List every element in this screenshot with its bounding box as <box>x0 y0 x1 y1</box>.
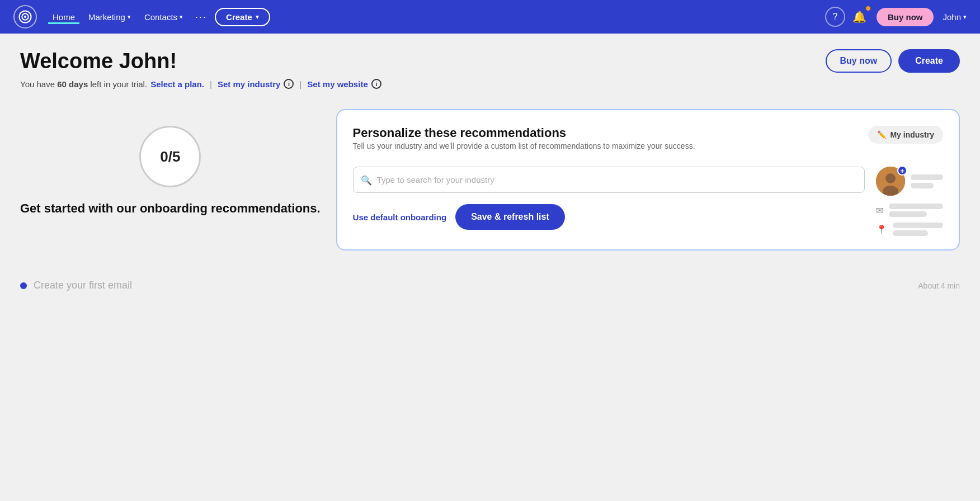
card-right-preview: + ✉ 📍 <box>876 167 943 236</box>
avatar-row: + <box>876 167 943 196</box>
user-menu[interactable]: John ▾ <box>943 12 967 22</box>
question-icon: ? <box>833 12 838 22</box>
select-plan-link[interactable]: Select a plan. <box>150 79 204 89</box>
industry-search-input[interactable] <box>353 167 865 193</box>
skeleton-line <box>889 211 927 217</box>
save-refresh-button[interactable]: Save & refresh list <box>455 204 565 230</box>
industry-info-icon[interactable]: i <box>284 79 294 89</box>
header-left: Welcome John! You have 60 days left in y… <box>20 49 381 89</box>
chevron-down-icon: ▾ <box>256 13 259 21</box>
nav-buy-now-button[interactable]: Buy now <box>877 8 934 26</box>
set-website-link[interactable]: Set my website <box>307 79 368 89</box>
separator: | <box>210 79 212 89</box>
header-section: Welcome John! You have 60 days left in y… <box>0 34 980 100</box>
location-icon: 📍 <box>876 224 887 235</box>
avatar-plus-icon: + <box>897 166 907 176</box>
card-actions: Use default onboarding Save & refresh li… <box>353 204 865 230</box>
skeleton-lines-location <box>893 223 943 236</box>
time-estimate: About 4 min <box>918 281 960 290</box>
card-subtitle: Tell us your industry and we'll provide … <box>353 140 695 152</box>
my-industry-button[interactable]: ✏️ My industry <box>868 126 943 144</box>
header-subtitle: You have 60 days left in your trial. Sel… <box>20 79 381 89</box>
skeleton-lines-avatar <box>911 174 943 188</box>
page-title: Welcome John! <box>20 49 381 73</box>
skeleton-lines-email <box>889 204 943 217</box>
location-row: 📍 <box>876 223 943 236</box>
nav-home[interactable]: Home <box>48 10 79 24</box>
nav-more-dots[interactable]: ··· <box>192 11 210 23</box>
bell-icon: 🔔 <box>852 10 866 23</box>
notifications-button[interactable]: 🔔 <box>850 7 870 27</box>
skeleton-line <box>893 230 928 236</box>
card-left-content: 🔍 Use default onboarding Save & refresh … <box>353 167 865 236</box>
chevron-down-icon: ▾ <box>963 13 967 21</box>
left-panel: 0/5 Get started with our onboarding reco… <box>20 109 321 217</box>
skeleton-line <box>889 204 943 209</box>
search-container: 🔍 <box>353 167 865 193</box>
bottom-left: Create your first email <box>20 280 132 291</box>
trial-text: You have 60 days left in your trial. <box>20 79 147 89</box>
use-default-button[interactable]: Use default onboarding <box>353 212 447 222</box>
nav-marketing[interactable]: Marketing ▾ <box>84 10 135 24</box>
nav-create-button[interactable]: Create ▾ <box>215 8 270 26</box>
chevron-down-icon: ▾ <box>180 13 183 21</box>
card-body: 🔍 Use default onboarding Save & refresh … <box>353 167 943 236</box>
onboarding-text: Get started with our onboarding recommen… <box>20 201 321 217</box>
avatar: + <box>876 167 905 196</box>
nav-contacts[interactable]: Contacts ▾ <box>140 10 187 24</box>
app-logo[interactable] <box>13 5 37 29</box>
progress-indicator: 0/5 <box>139 126 201 187</box>
skeleton-line <box>911 183 934 188</box>
header-buy-now-button[interactable]: Buy now <box>826 49 892 73</box>
svg-point-4 <box>885 173 896 183</box>
search-icon: 🔍 <box>361 174 372 185</box>
first-email-text: Create your first email <box>34 280 132 291</box>
header-right: Buy now Create <box>826 49 960 73</box>
card-header: Personalize these recommendations Tell u… <box>353 126 943 162</box>
help-button[interactable]: ? <box>825 7 845 27</box>
svg-point-2 <box>24 16 26 18</box>
skeleton-line <box>893 223 943 228</box>
envelope-icon: ✉ <box>876 205 883 216</box>
pencil-icon: ✏️ <box>877 130 887 139</box>
website-info-icon[interactable]: i <box>371 79 381 89</box>
header-create-button[interactable]: Create <box>898 49 960 73</box>
chevron-down-icon: ▾ <box>128 13 131 21</box>
bottom-row: Create your first email About 4 min <box>0 271 980 300</box>
main-content: 0/5 Get started with our onboarding reco… <box>0 100 980 271</box>
notification-dot <box>865 6 871 11</box>
card-title: Personalize these recommendations <box>353 126 695 140</box>
status-dot <box>20 282 27 289</box>
skeleton-line <box>911 174 943 180</box>
separator: | <box>299 79 301 89</box>
set-industry-link[interactable]: Set my industry <box>218 79 281 89</box>
email-row: ✉ <box>876 204 943 217</box>
personalize-card: Personalize these recommendations Tell u… <box>336 109 960 250</box>
